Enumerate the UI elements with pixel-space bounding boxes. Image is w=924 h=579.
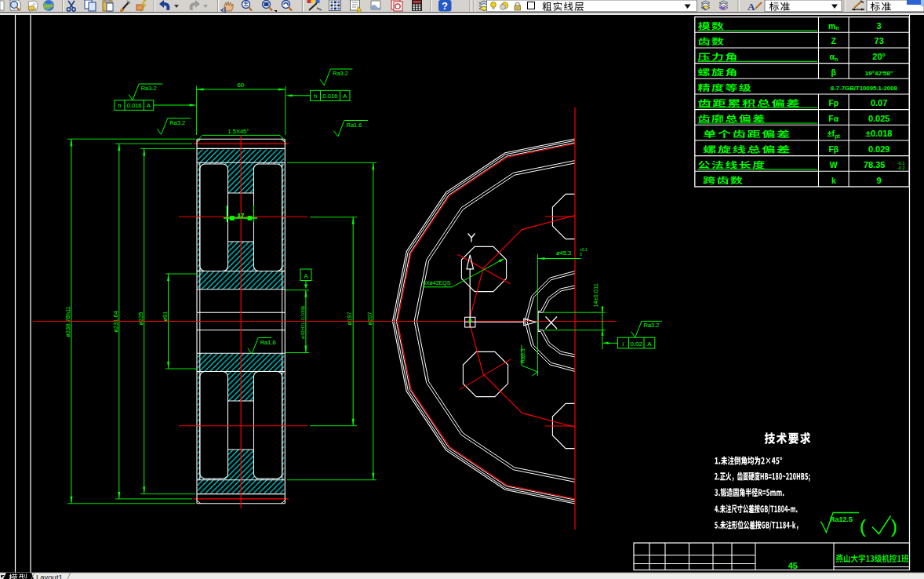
svg-text:Ra3.2: Ra3.2 <box>141 85 157 92</box>
svg-text:17: 17 <box>238 212 245 219</box>
svg-text:A: A <box>343 93 347 100</box>
svg-text:8-7-7GB/T10095.1-2008: 8-7-7GB/T10095.1-2008 <box>831 85 898 92</box>
svg-text:60: 60 <box>238 82 245 89</box>
svg-text:Fp: Fp <box>828 98 839 107</box>
svg-text:20°: 20° <box>872 52 886 61</box>
svg-text:3: 3 <box>877 21 882 31</box>
svg-text:73: 73 <box>875 36 884 46</box>
svg-text:Ra1.6: Ra1.6 <box>260 339 276 346</box>
svg-text:-0.2: -0.2 <box>897 166 904 170</box>
svg-text:Fα: Fα <box>828 114 839 123</box>
svg-text:?: ? <box>442 0 448 12</box>
svg-text:Ra3.2: Ra3.2 <box>333 70 348 77</box>
svg-text:Ra1.6: Ra1.6 <box>347 122 362 129</box>
svg-text:A: A <box>748 1 755 13</box>
svg-text:14±0.011: 14±0.011 <box>592 283 599 308</box>
svg-text:0: 0 <box>580 252 582 257</box>
svg-text:h: h <box>314 93 317 100</box>
svg-text:6Xø42EQS: 6Xø42EQS <box>423 280 451 286</box>
svg-text:1.5X45°: 1.5X45° <box>228 128 249 135</box>
svg-text:Layout1: Layout1 <box>36 573 63 579</box>
svg-text:A: A <box>147 102 151 109</box>
svg-text:h: h <box>118 102 121 109</box>
svg-text:Fβ: Fβ <box>828 144 839 154</box>
svg-text:0.07: 0.07 <box>871 98 887 107</box>
svg-text:0.016: 0.016 <box>127 102 142 109</box>
svg-text:A: A <box>304 272 308 280</box>
svg-text:0.016: 0.016 <box>323 93 338 100</box>
svg-text:78.35: 78.35 <box>864 160 886 169</box>
svg-text:0.02: 0.02 <box>630 340 642 348</box>
svg-text:ø91: ø91 <box>162 311 169 322</box>
svg-text:W: W <box>830 160 838 169</box>
svg-text:ø207: ø207 <box>366 311 373 325</box>
svg-text:A: A <box>647 340 652 348</box>
svg-text:19°42'58": 19°42'58" <box>865 70 893 77</box>
svg-text:ø225: ø225 <box>137 311 144 325</box>
svg-text:Ra3.2: Ra3.2 <box>169 119 185 126</box>
svg-text:k: k <box>831 176 836 185</box>
svg-text:): ) <box>891 515 897 537</box>
svg-text:Z: Z <box>831 36 837 46</box>
svg-text:Ra6.3: Ra6.3 <box>520 348 526 363</box>
svg-text:ø42H7(+0.039): ø42H7(+0.039) <box>300 306 305 339</box>
svg-text:±0.018: ±0.018 <box>866 129 893 138</box>
svg-text:9: 9 <box>877 176 882 185</box>
svg-text:(: ( <box>860 515 866 537</box>
svg-text:i: i <box>623 340 624 348</box>
svg-text:Ra12.5: Ra12.5 <box>830 515 853 523</box>
svg-text:β: β <box>831 67 837 77</box>
svg-text:ø197: ø197 <box>346 311 353 325</box>
svg-text:ø45.3: ø45.3 <box>556 249 571 257</box>
svg-text:0.029: 0.029 <box>868 144 890 154</box>
svg-text:Ra3.2: Ra3.2 <box>644 322 660 329</box>
svg-text:0.025: 0.025 <box>868 114 890 123</box>
svg-text:45: 45 <box>788 561 798 570</box>
